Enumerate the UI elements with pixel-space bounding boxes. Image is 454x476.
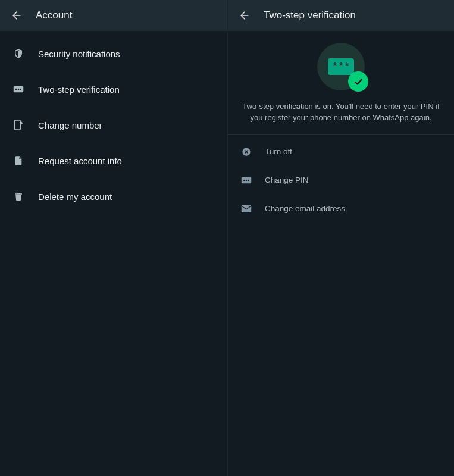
asterisk-icon: * xyxy=(333,62,337,71)
two-step-panel: Two-step verification * * * Two-step ver… xyxy=(227,0,454,476)
svg-rect-5 xyxy=(15,120,21,130)
action-label: Turn off xyxy=(265,147,292,156)
back-button-right[interactable] xyxy=(237,8,252,23)
pin-card-icon: * * * xyxy=(328,58,354,75)
action-turn-off[interactable]: Turn off xyxy=(228,137,454,166)
sidebar-item-label: Request account info xyxy=(38,156,122,166)
arrow-left-icon xyxy=(239,10,251,21)
svg-point-2 xyxy=(15,89,17,90)
sidebar-item-two-step-verification[interactable]: Two-step verification xyxy=(0,71,227,107)
pin-dots-icon xyxy=(241,175,252,186)
sidebar-item-label: Delete my account xyxy=(38,192,112,202)
account-list: Security notifications Two-step verifica… xyxy=(0,31,227,214)
action-label: Change email address xyxy=(265,204,345,213)
action-change-pin[interactable]: Change PIN xyxy=(228,166,454,195)
account-panel: Account Security notifications Two-step … xyxy=(0,0,227,476)
cancel-circle-icon xyxy=(241,146,252,157)
account-title: Account xyxy=(36,10,72,21)
back-button-left[interactable] xyxy=(10,8,24,23)
asterisk-icon: * xyxy=(345,62,349,71)
document-icon xyxy=(13,155,24,166)
account-header: Account xyxy=(0,0,227,31)
check-badge-icon xyxy=(348,71,368,92)
action-label: Change PIN xyxy=(265,176,309,184)
svg-point-10 xyxy=(246,179,248,181)
sidebar-item-label: Change number xyxy=(38,120,102,130)
arrow-left-icon xyxy=(11,10,23,21)
mail-icon xyxy=(241,203,252,214)
svg-point-4 xyxy=(20,89,21,90)
sidebar-item-label: Security notifications xyxy=(38,49,120,59)
shield-icon xyxy=(13,48,24,59)
sidebar-item-request-account-info[interactable]: Request account info xyxy=(0,143,227,178)
two-step-header: Two-step verification xyxy=(228,0,454,31)
sidebar-item-change-number[interactable]: Change number xyxy=(0,107,227,143)
hero-illustration: * * * xyxy=(317,43,365,90)
action-change-email[interactable]: Change email address xyxy=(228,195,454,223)
sim-swap-icon xyxy=(13,120,24,130)
svg-point-9 xyxy=(243,179,245,181)
two-step-title: Two-step verification xyxy=(264,10,356,21)
two-step-hero: * * * Two-step verification is on. You'l… xyxy=(228,31,454,135)
sidebar-item-label: Two-step verification xyxy=(38,84,120,95)
pin-dots-icon xyxy=(13,84,24,95)
sidebar-item-delete-account[interactable]: Delete my account xyxy=(0,178,227,214)
two-step-actions: Turn off Change PIN Change email address xyxy=(228,135,454,223)
two-step-description: Two-step verification is on. You'll need… xyxy=(240,101,442,124)
trash-icon xyxy=(13,191,24,202)
svg-point-11 xyxy=(248,179,249,181)
svg-point-3 xyxy=(18,89,20,90)
sidebar-item-security-notifications[interactable]: Security notifications xyxy=(0,36,227,71)
asterisk-icon: * xyxy=(339,62,343,71)
